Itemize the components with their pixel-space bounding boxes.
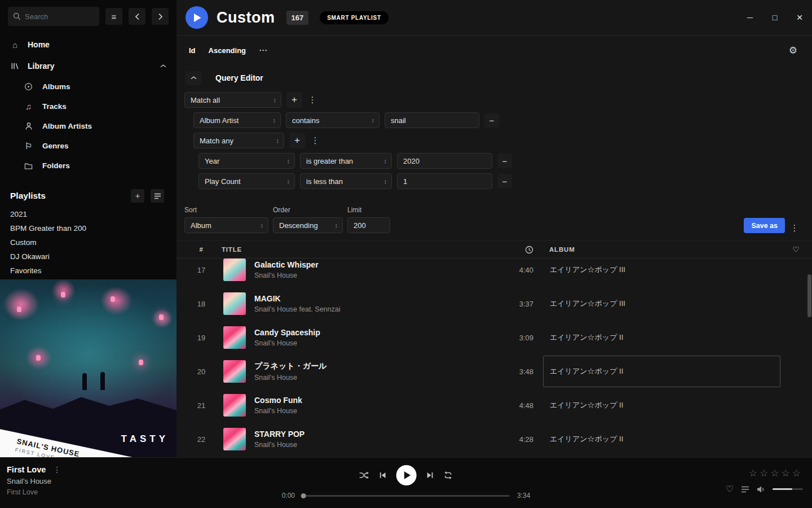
sidebar-item-albums[interactable]: Albums [0, 77, 176, 97]
track-duration: 4:28 [489, 435, 537, 444]
chevron-up-icon[interactable] [160, 64, 166, 68]
seek-slider[interactable] [302, 495, 510, 497]
track-count-badge: 167 [286, 11, 309, 25]
track-duration: 3:09 [489, 334, 537, 342]
rule-operator-select[interactable]: contains ↕ [286, 112, 379, 128]
query-editor-title: Query Editor [215, 73, 263, 82]
volume-icon[interactable] [757, 485, 765, 493]
track-number: 22 [186, 435, 217, 444]
order-select[interactable]: Descending ↕ [273, 217, 343, 233]
remove-rule-button[interactable]: − [497, 154, 512, 168]
minimize-button[interactable]: ─ [738, 0, 762, 35]
group-menu-icon[interactable]: ⋮ [307, 95, 317, 105]
playlists-header: Playlists + [0, 188, 176, 204]
group-menu-icon[interactable]: ⋮ [310, 135, 320, 146]
playlist-item[interactable]: BPM Greater than 200 [0, 221, 176, 235]
playlist-item[interactable]: Favorites [0, 264, 176, 278]
sidebar-item-folders[interactable]: Folders [0, 156, 176, 176]
play-icon [404, 471, 411, 479]
track-row[interactable]: 20 プラネット・ガール Snail's House 3:48 エイリアン☆ポッ… [176, 354, 812, 388]
sidebar-item-album-artists[interactable]: Album Artists [0, 116, 176, 136]
match-all-value: Match all [191, 96, 220, 104]
sort-direction-button[interactable]: Ascending [209, 46, 246, 55]
playlist-item[interactable]: Custom [0, 235, 176, 249]
playlist-item[interactable]: DJ Okawari [0, 249, 176, 264]
match-all-select[interactable]: Match all ↕ [184, 92, 281, 108]
query-group-row: Match any ↕ + ⋮ [193, 133, 812, 148]
track-number: 20 [186, 367, 217, 376]
rule-field-select[interactable]: Year ↕ [198, 153, 295, 169]
rule-field-value: Year [205, 157, 219, 165]
lantern-glow [36, 355, 41, 361]
rule-operator-select[interactable]: is greater than ↕ [300, 153, 392, 169]
next-button[interactable] [426, 471, 434, 479]
sort-select[interactable]: Album ↕ [184, 217, 268, 233]
playlist-list-button[interactable] [151, 189, 164, 203]
column-favorite-icon[interactable]: ♡ [780, 245, 812, 254]
track-titles: Cosmo Funk Snail's House [254, 396, 302, 415]
rule-value-input[interactable] [397, 153, 492, 169]
track-row[interactable]: 19 Candy Spaceship Snail's House 3:09 エイ… [176, 321, 812, 354]
maximize-button[interactable]: □ [762, 0, 787, 35]
match-any-select[interactable]: Match any ↕ [193, 133, 284, 148]
rating-stars[interactable]: ☆☆☆☆☆ [749, 467, 803, 479]
sidebar-item-tracks[interactable]: ♫ Tracks [0, 97, 176, 116]
save-as-button[interactable]: Save as [744, 218, 785, 233]
album-art-thumbnail [223, 360, 246, 383]
collapse-query-editor-button[interactable] [186, 71, 201, 85]
queue-icon[interactable] [741, 486, 749, 493]
more-options-button[interactable]: ⋯ [259, 45, 267, 55]
query-sort-row: Sort Album ↕ Order Descending ↕ Limit [184, 206, 812, 233]
sidebar-item-library[interactable]: Library [0, 55, 176, 77]
rule-field-select[interactable]: Album Artist ↕ [193, 112, 281, 128]
add-playlist-button[interactable]: + [131, 189, 144, 203]
sort-field-button[interactable]: Id [189, 46, 196, 55]
track-number: 18 [186, 300, 217, 308]
seek-handle[interactable] [301, 493, 306, 498]
rule-operator-select[interactable]: is less than ↕ [300, 173, 392, 189]
track-title: MAGIK [254, 294, 340, 303]
menu-button[interactable]: ≡ [105, 8, 122, 25]
save-menu-icon[interactable]: ⋮ [789, 223, 800, 233]
column-number[interactable]: # [186, 246, 217, 253]
rule-value-input[interactable] [397, 173, 492, 189]
track-menu-icon[interactable]: ⋮ [53, 465, 61, 474]
volume-slider[interactable] [773, 488, 803, 490]
unfold-icon: ↕ [287, 157, 290, 164]
column-duration[interactable] [489, 246, 537, 254]
add-rule-button[interactable]: + [286, 92, 302, 108]
sidebar-item-home[interactable]: ⌂ Home [0, 34, 176, 55]
settings-gear-icon[interactable]: ⚙ [789, 45, 797, 56]
search-box[interactable] [8, 7, 99, 26]
scrollbar-thumb[interactable] [807, 274, 811, 317]
track-duration: 3:48 [489, 367, 537, 376]
rule-value-input[interactable] [385, 112, 479, 128]
track-row[interactable]: 17 Galactic Whisper Snail's House 4:40 エ… [176, 259, 812, 287]
play-playlist-button[interactable] [186, 6, 208, 29]
sidebar-item-genres[interactable]: ⚐ Genres [0, 136, 176, 156]
playlist-header: Custom 167 SMART PLAYLIST ─ □ × [176, 0, 812, 36]
unfold-icon: ↕ [372, 117, 375, 124]
search-input[interactable] [25, 12, 94, 21]
track-row[interactable]: 22 STARRY POP Snail's House 4:28 エイリアン☆ポ… [176, 422, 812, 456]
shuffle-button[interactable] [359, 471, 369, 479]
forward-button[interactable] [152, 8, 169, 25]
previous-button[interactable] [379, 471, 387, 479]
remove-rule-button[interactable]: − [484, 113, 499, 128]
favorite-icon[interactable]: ♡ [726, 484, 734, 494]
back-button[interactable] [129, 8, 145, 25]
track-row[interactable]: 21 Cosmo Funk Snail's House 4:48 エイリアン☆ポ… [176, 388, 812, 422]
repeat-button[interactable] [444, 471, 453, 480]
smart-playlist-badge: SMART PLAYLIST [320, 11, 389, 24]
close-button[interactable]: × [787, 0, 812, 35]
remove-rule-button[interactable]: − [497, 174, 512, 189]
playlist-item[interactable]: 2021 [0, 207, 176, 221]
track-title-cell: プラネット・ガール Snail's House [217, 360, 489, 383]
play-pause-button[interactable] [396, 465, 417, 485]
rule-field-select[interactable]: Play Count ↕ [198, 173, 295, 189]
limit-input[interactable] [347, 217, 390, 233]
column-title[interactable]: TITLE [217, 246, 489, 253]
add-rule-button[interactable]: + [289, 133, 305, 148]
track-row[interactable]: 18 MAGIK Snail's House feat. Sennzai 3:3… [176, 287, 812, 321]
column-album[interactable]: ALBUM [549, 246, 780, 253]
